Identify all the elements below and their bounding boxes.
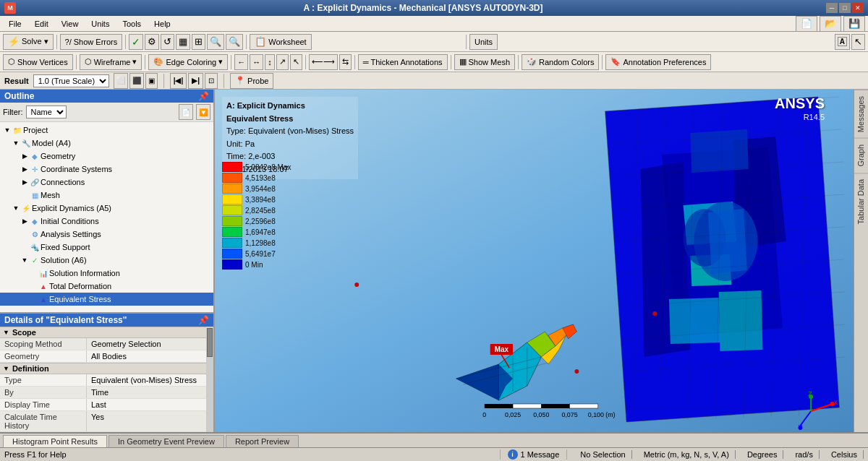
tree-item-solution[interactable]: ▼ ✓ Solution (A6) — [0, 254, 213, 267]
details-scrollbar[interactable] — [206, 327, 213, 432]
units-label: Units — [475, 38, 493, 46]
icon-btn-2[interactable]: ⚙ — [145, 34, 159, 50]
statusbar: Press F1 for Help i 1 Message No Selecti… — [0, 447, 868, 462]
tab-messages[interactable]: Messages — [854, 90, 868, 138]
new-button[interactable]: 📄 — [796, 16, 817, 32]
svg-text:0,100 (m): 0,100 (m) — [588, 411, 616, 418]
result-icon-2[interactable]: ⬛ — [129, 73, 144, 89]
thicken-annotations-button[interactable]: ═ Thicken Annotations — [358, 54, 448, 70]
edge-coloring-button[interactable]: 🎨 Edge Coloring ▾ — [148, 54, 228, 70]
menu-help[interactable]: Help — [148, 18, 176, 30]
arrow-btn-4[interactable]: ↗ — [276, 54, 289, 70]
arrow-btn-2[interactable]: ↔ — [250, 54, 263, 70]
result-icon-3[interactable]: ▣ — [145, 73, 158, 89]
coord-toggle[interactable]: ▶ — [20, 165, 29, 173]
explicit-toggle[interactable]: ▼ — [12, 204, 20, 212]
scope-toggle[interactable]: ▼ — [3, 329, 9, 336]
tb-icon-b[interactable]: ↖ — [851, 34, 865, 50]
scrollbar-thumb[interactable] — [207, 328, 213, 357]
result-icon-6[interactable]: ⊡ — [205, 73, 218, 89]
minimize-button[interactable]: ─ — [826, 3, 838, 13]
result-icon-1[interactable]: ⬜ — [114, 73, 128, 89]
icon-btn-3[interactable]: ↺ — [161, 34, 174, 50]
solution-toggle[interactable]: ▼ — [20, 257, 29, 264]
result-select[interactable]: 1.0 (True Scale) — [33, 74, 109, 87]
connections-icon: 🔗 — [29, 176, 41, 188]
wireframe-button[interactable]: ⬡ Wireframe ▾ — [80, 54, 142, 70]
solve-button[interactable]: ⚡ Solve ▾ — [3, 34, 54, 50]
pin-icon[interactable]: 📌 — [198, 91, 209, 101]
connections-toggle[interactable]: ▶ — [20, 178, 29, 186]
menu-edit[interactable]: Edit — [29, 18, 54, 30]
project-toggle[interactable]: ▼ — [3, 126, 12, 134]
filter-btn-2[interactable]: 🔽 — [196, 104, 210, 120]
details-pin-icon[interactable]: 📌 — [198, 315, 209, 325]
arrow-btn-3[interactable]: ↕ — [265, 54, 275, 70]
save-button[interactable]: 💾 — [843, 16, 865, 32]
definition-section-header: ▼ Definition — [0, 363, 206, 374]
model-toggle[interactable]: ▼ — [12, 139, 20, 147]
geometry-toggle[interactable]: ▶ — [20, 152, 29, 160]
tab-report[interactable]: Report Preview — [226, 435, 299, 447]
annotation-prefs-button[interactable]: 🔖 Annotation Preferences — [605, 54, 711, 70]
tree-item-project[interactable]: ▼ 📁 Project — [0, 124, 213, 137]
svg-point-65 — [652, 311, 657, 316]
icon-btn-5[interactable]: ⊞ — [192, 34, 205, 50]
color-legend: 5,0842e8 Max 4,5193e8 3,9544e8 3,3894e8 … — [222, 162, 291, 270]
initial-toggle[interactable]: ▶ — [20, 217, 29, 225]
def-row-1: Type Equivalent (von-Mises) Stress — [0, 374, 206, 387]
tree-item-geometry[interactable]: ▶ ◆ Geometry — [0, 150, 213, 163]
menu-units[interactable]: Units — [85, 18, 115, 30]
arrows-lr[interactable]: ⟵⟶ — [309, 54, 338, 70]
tree-item-mesh[interactable]: ▦ Mesh — [0, 189, 213, 202]
icon-btn-7[interactable]: 🔍 — [226, 34, 243, 50]
svg-point-63 — [354, 283, 359, 287]
show-errors-button[interactable]: ?/ Show Errors — [60, 34, 123, 50]
tree-item-initial[interactable]: ▶ ◆ Initial Conditions — [0, 215, 213, 228]
bottom-tabs: Histogram Point Results In Geometry Even… — [0, 433, 868, 447]
tree-item-sol-info[interactable]: 📊 Solution Information — [0, 267, 213, 280]
tab-histogram[interactable]: Histogram Point Results — [3, 435, 107, 447]
menu-file[interactable]: File — [3, 18, 27, 30]
legend-item-4: 2,8245e8 — [222, 205, 291, 215]
tab-tabular[interactable]: Tabular Data — [854, 173, 868, 230]
tab-graph[interactable]: Graph — [854, 138, 868, 173]
result-icon-5[interactable]: ▶| — [188, 73, 203, 89]
icon-btn-4[interactable]: ▦ — [176, 34, 190, 50]
maximize-button[interactable]: □ — [839, 3, 851, 13]
viewport[interactable]: Max 0 0,025 0,050 0,075 0,100 (m) Y X — [215, 90, 854, 432]
sep-t2-3 — [231, 55, 231, 69]
filter-select[interactable]: Name — [26, 105, 67, 119]
filter-btn-1[interactable]: 📄 — [179, 104, 193, 120]
show-vertices-button[interactable]: ⬡ Show Vertices — [3, 54, 73, 70]
worksheet-button[interactable]: 📋 Worksheet — [250, 34, 311, 50]
icon-btn-1[interactable]: ✓ — [129, 34, 143, 50]
tree-item-explicit[interactable]: ▼ ⚡ Explicit Dynamics (A5) — [0, 202, 213, 215]
arrows-ud[interactable]: ⇆ — [339, 54, 352, 70]
probe-button[interactable]: 📍 Probe — [230, 73, 273, 89]
close-button[interactable]: ✕ — [852, 3, 864, 13]
legend-color-4 — [222, 205, 242, 215]
units-button[interactable]: Units — [469, 34, 498, 50]
open-button[interactable]: 📂 — [820, 16, 841, 32]
tb-icon-a[interactable]: A — [835, 34, 850, 50]
definition-toggle[interactable]: ▼ — [3, 365, 9, 372]
tree-item-analysis[interactable]: ⚙ Analysis Settings — [0, 228, 213, 241]
arrow-btn-1[interactable]: ← — [234, 54, 248, 70]
tab-geometry-event[interactable]: In Geometry Event Preview — [109, 435, 224, 447]
tree-item-deform[interactable]: ▲ Total Deformation — [0, 280, 213, 293]
tree-item-coord[interactable]: ▶ ✛ Coordinate Systems — [0, 163, 213, 176]
random-colors-button[interactable]: 🎲 Random Colors — [522, 54, 599, 70]
tree-item-fixed[interactable]: 🔩 Fixed Support — [0, 241, 213, 254]
status-sep-2 — [566, 449, 567, 460]
tree-item-model[interactable]: ▼ 🔧 Model (A4) — [0, 137, 213, 150]
arrow-btn-5[interactable]: ↖ — [290, 54, 302, 70]
icon-btn-6[interactable]: 🔍 — [207, 34, 224, 50]
menu-tools[interactable]: Tools — [116, 18, 147, 30]
result-icon-4[interactable]: |◀| — [170, 73, 187, 89]
menu-view[interactable]: View — [56, 18, 85, 30]
tree-item-connections[interactable]: ▶ 🔗 Connections — [0, 176, 213, 189]
analysis-icon: ⚙ — [29, 228, 41, 240]
tree-item-stress[interactable]: ▲ Equivalent Stress — [0, 293, 213, 306]
show-mesh-button[interactable]: ▦ Show Mesh — [454, 54, 515, 70]
